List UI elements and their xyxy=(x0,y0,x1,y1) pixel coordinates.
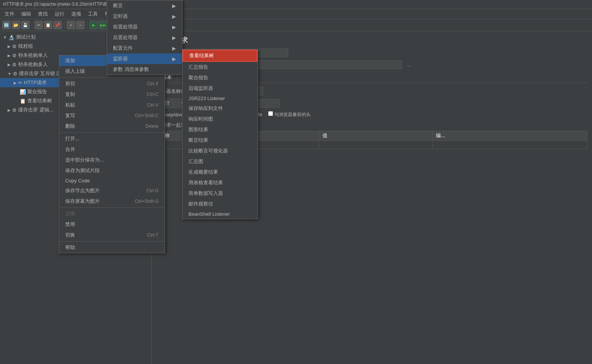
menu-tools[interactable]: 工具 xyxy=(85,10,101,18)
context-menu: 添加 ▶ 插入上级 ▶ 剪切 Ctrl-X 复制 Ctrl-C 粘贴 Ctrl-… xyxy=(59,55,165,253)
tree-icon-seckill-multi: ⚙ xyxy=(12,62,17,67)
submenu-add-config[interactable]: 配置元件 ▶ xyxy=(107,43,182,53)
tree-icon-aggregate: 📊 xyxy=(20,89,26,95)
ctx-paste[interactable]: 粘贴 Ctrl-V xyxy=(59,100,165,110)
toolbar-open[interactable]: 📂 xyxy=(12,21,20,29)
submenu-add: 断言 ▶ 定时器 ▶ 前置处理器 ▶ 后置处理器 ▶ 配置元件 ▶ 监听器 ▶ … xyxy=(107,0,182,75)
toolbar-add[interactable]: + xyxy=(67,21,75,29)
toolbar: 🆕 📂 💾 ✂ 📋 📌 + − ▶ ▶▶ ⏹ ⏻ 🗑 🗑🗑 🔍 ? xyxy=(0,19,592,31)
ctx-help[interactable]: 帮助 xyxy=(59,242,165,253)
tree-icon-cache-logic: ⚙ xyxy=(12,107,17,113)
tree-label-aggregate: 聚合报告 xyxy=(27,88,47,95)
submenu-listener-beanshell[interactable]: BeanShell Listener xyxy=(182,209,258,219)
ctx-sep2 xyxy=(59,132,165,133)
tree-icon-test-plan: 🔬 xyxy=(8,35,14,40)
tree-label-test-plan: 测试计划 xyxy=(16,34,36,41)
toolbar-save[interactable]: 💾 xyxy=(21,21,30,29)
submenu-listener-mail[interactable]: 邮件观察仪 xyxy=(182,199,258,209)
submenu-listener-backend[interactable]: 后端监听器 xyxy=(182,83,258,94)
submenu-add-assertion-arrow: ▶ xyxy=(172,3,176,9)
menu-file[interactable]: 文件 xyxy=(2,10,17,18)
tree-arrow-ss: ▶ xyxy=(8,53,11,58)
submenu-listener: 查看结果树 汇总报告 聚合报告 后端监听器 JSR223 Listener 保存… xyxy=(182,49,258,219)
tree-icon-seckill-single: ⚙ xyxy=(12,53,17,58)
submenu-listener-summary-graph[interactable]: 汇总图 xyxy=(182,156,258,167)
submenu-add-pre[interactable]: 前置处理器 ▶ xyxy=(107,22,182,32)
ctx-merge[interactable]: 合并 xyxy=(59,144,165,155)
compatible-checkbox[interactable] xyxy=(268,111,273,116)
ctx-sep4 xyxy=(59,241,165,242)
submenu-add-post[interactable]: 后置处理器 ▶ xyxy=(107,32,182,43)
ctx-save-partial[interactable]: 选中部分保存为... xyxy=(59,155,165,165)
title-bar: HTTP请求.jmx (G:\apache-jmeter-3.6.2\bin\H… xyxy=(0,0,592,9)
tree-icon-view-results: 📋 xyxy=(20,98,26,104)
ctx-copy[interactable]: 复制 Ctrl-C xyxy=(59,89,165,100)
menu-find[interactable]: 查找 xyxy=(35,10,51,18)
toolbar-paste[interactable]: 📌 xyxy=(53,21,62,29)
submenu-add-timer[interactable]: 定时器 ▶ xyxy=(107,11,182,22)
tree-label-view-results: 查看结果树 xyxy=(27,97,52,104)
submenu-listener-assertion-results[interactable]: 断言结果 xyxy=(182,135,258,146)
ctx-open[interactable]: 打开... xyxy=(59,133,165,144)
ctx-save-fragment[interactable]: 保存为测试片段 xyxy=(59,165,165,176)
tree-label-http-request: HTTP请求 xyxy=(24,79,47,86)
submenu-add-listener-arrow: ▶ xyxy=(172,56,176,62)
toolbar-start-nopause[interactable]: ▶▶ xyxy=(99,21,107,29)
ctx-delete[interactable]: 删除 Delete xyxy=(59,121,165,132)
col-value: 值 xyxy=(319,131,433,141)
tree-icon-cache-test: ⚙ xyxy=(13,71,17,77)
submenu-listener-graph[interactable]: 图形结果 xyxy=(182,124,258,135)
ctx-rewrite[interactable]: 复写 Ctrl+Shift-C xyxy=(59,110,165,121)
menu-run[interactable]: 运行 xyxy=(52,10,68,18)
ctx-sep1 xyxy=(59,77,165,78)
tree-icon-thread-group: ⚙ xyxy=(12,44,17,49)
submenu-listener-simple-data[interactable]: 简单数据写入器 xyxy=(182,188,258,199)
submenu-add-config-arrow: ▶ xyxy=(172,46,176,51)
submenu-add-params[interactable]: 参数 消息体参数 xyxy=(107,64,182,75)
submenu-add-timer-arrow: ▶ xyxy=(172,14,176,19)
ellipsis: ... xyxy=(407,62,411,67)
submenu-listener-summary-report[interactable]: 汇总报告 xyxy=(182,62,258,72)
ctx-enable: 启用 xyxy=(59,209,165,219)
submenu-add-assertion[interactable]: 断言 ▶ xyxy=(107,0,182,11)
ctx-toggle[interactable]: 切换 Ctrl-T xyxy=(59,230,165,240)
tree-label-seckill-multi: 秒杀抢购多人 xyxy=(18,61,48,68)
ctx-copy-code[interactable]: Copy Code xyxy=(59,176,165,185)
toolbar-start[interactable]: ▶ xyxy=(90,21,98,29)
toolbar-new[interactable]: 🆕 xyxy=(2,21,11,29)
submenu-listener-compare[interactable]: 比较断言可视化器 xyxy=(182,146,258,156)
submenu-add-listener[interactable]: 监听器 ▶ xyxy=(107,53,182,64)
ctx-save-screen-img[interactable]: 保存屏幕为图片 Ctrl+Shift-G xyxy=(59,196,165,207)
submenu-listener-save-response[interactable]: 保存响应到文件 xyxy=(182,103,258,114)
compatible-checkbox-label[interactable]: 与浏览器兼容的头 xyxy=(268,111,311,118)
toolbar-remove[interactable]: − xyxy=(76,21,85,29)
submenu-listener-aggregate-report[interactable]: 聚合报告 xyxy=(182,72,258,83)
ctx-disable[interactable]: 禁用 xyxy=(59,219,165,230)
ctx-cut[interactable]: 剪切 Ctrl-X xyxy=(59,78,165,89)
menu-edit[interactable]: 编辑 xyxy=(18,10,34,18)
submenu-listener-response-time[interactable]: 响应时间图 xyxy=(182,114,258,124)
submenu-listener-table-results[interactable]: 用表格查看结果 xyxy=(182,177,258,188)
menu-options[interactable]: 选项 xyxy=(68,10,84,18)
tree-label-thread-group: 线程组 xyxy=(18,43,33,50)
toolbar-cut[interactable]: ✂ xyxy=(35,21,43,29)
submenu-add-pre-arrow: ▶ xyxy=(172,24,176,30)
ctx-save-node-img[interactable]: 保存节点为图片 Ctrl-G xyxy=(59,185,165,196)
tree-arrow-ct: ▼ xyxy=(8,72,11,76)
panel-title: HTTP请求 xyxy=(156,36,587,45)
col-edit: 编... xyxy=(433,131,587,141)
tree-arrow-tg: ▶ xyxy=(8,44,11,49)
submenu-listener-generate-summary[interactable]: 生成概要结果 xyxy=(182,167,258,177)
submenu-listener-view-results-tree[interactable]: 查看结果树 xyxy=(182,50,258,62)
tree-arrow-sm: ▶ xyxy=(8,63,11,67)
tree-arrow: ▼ xyxy=(3,35,7,39)
tree-arrow-hr: ▶ xyxy=(14,81,17,85)
submenu-listener-jsr223[interactable]: JSR223 Listener xyxy=(182,94,258,103)
tree-arrow-cl: ▶ xyxy=(8,108,11,112)
ctx-sep3 xyxy=(59,207,165,208)
toolbar-copy[interactable]: 📋 xyxy=(44,21,52,29)
tree-icon-http-request: ✏ xyxy=(18,80,22,86)
tree-label-seckill-single: 秒杀抢购单人 xyxy=(18,52,48,59)
submenu-add-post-arrow: ▶ xyxy=(172,35,176,41)
menu-bar: 文件 编辑 查找 运行 选项 工具 帮助 xyxy=(0,9,592,19)
